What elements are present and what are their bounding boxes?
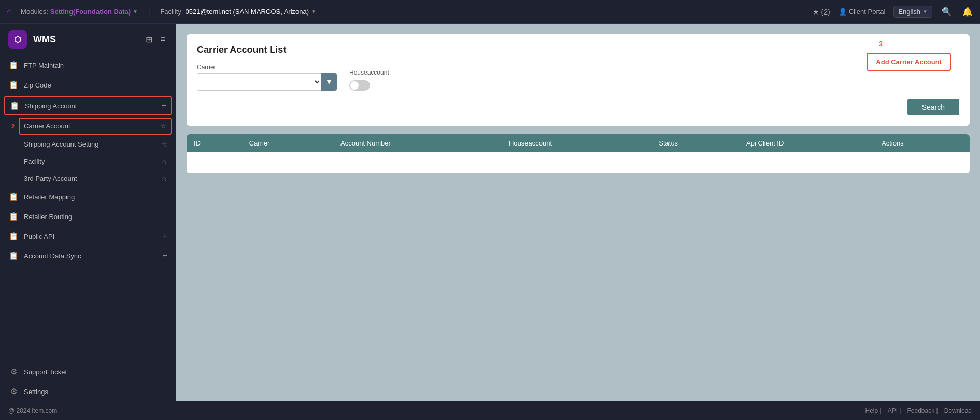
sidebar-item-shipping-account[interactable]: 1 📋 Shipping Account + (4, 96, 172, 115)
sidebar-item-label: Zip Code (24, 81, 167, 89)
facility-value: 0521@teml.net (SAN MARCOS, Arizona) (185, 8, 309, 16)
calendar-icon: 📋 (8, 80, 19, 90)
carrier-select[interactable] (197, 73, 321, 91)
main-layout: ⬡ WMS ⊞ ≡ 📋 FTP Maintain 📋 Zip Code 1 📋 … (0, 24, 980, 401)
sidebar-item-label: Account Data Sync (24, 252, 158, 260)
sidebar-item-label: Retailer Mapping (24, 193, 167, 201)
col-id: ID (187, 134, 242, 152)
top-nav: ⌂ Modules: Setting(Foundation Data) ▼ | … (0, 0, 980, 24)
grid-icon[interactable]: ⊞ (144, 34, 154, 46)
facility-dropdown-icon[interactable]: ▼ (311, 9, 316, 15)
sidebar-item-account-data-sync[interactable]: 📋 Account Data Sync + (0, 246, 176, 266)
footer-link-api[interactable]: API | (888, 407, 901, 414)
table-empty-row (187, 152, 970, 173)
calendar-icon: 📋 (8, 231, 19, 241)
footer-links: Help | API | Feedback | Download (865, 407, 972, 414)
content-area: Carrier Account List 3 Add Carrier Accou… (176, 24, 980, 401)
sidebar-item-support-ticket[interactable]: ⚙ Support Ticket (0, 362, 176, 382)
facility-section: Facility: 0521@teml.net (SAN MARCOS, Ari… (160, 8, 316, 16)
logo-actions: ⊞ ≡ (144, 34, 167, 46)
sidebar-sub-item-3rd-party-account[interactable]: 3rd Party Account ☆ (0, 170, 176, 187)
calendar-icon: 📋 (8, 212, 19, 221)
user-icon: 👤 (839, 8, 847, 16)
filter-card: Carrier Account List 3 Add Carrier Accou… (187, 34, 970, 126)
sidebar-sub-item-shipping-account-setting[interactable]: Shipping Account Setting ☆ (0, 136, 176, 153)
sidebar-item-public-api[interactable]: 📋 Public API + (0, 226, 176, 246)
bell-icon[interactable]: 🔔 (961, 6, 974, 18)
home-icon[interactable]: ⌂ (6, 6, 12, 18)
modules-label: Modules: (21, 8, 48, 16)
logo-icon: ⬡ (8, 30, 27, 49)
table-body (187, 152, 970, 173)
col-status: Status (651, 134, 739, 152)
sidebar: ⬡ WMS ⊞ ≡ 📋 FTP Maintain 📋 Zip Code 1 📋 … (0, 24, 176, 401)
sidebar-item-settings[interactable]: ⚙ Settings (0, 382, 176, 401)
carrier-account-table: ID Carrier Account Number Houseaccount S… (187, 134, 970, 173)
table-header-row: ID Carrier Account Number Houseaccount S… (187, 134, 970, 152)
sidebar-item-zip-code[interactable]: 📋 Zip Code (0, 75, 176, 95)
sidebar-logo: ⬡ WMS ⊞ ≡ (0, 24, 176, 55)
empty-cell (187, 152, 970, 173)
toggle-wrap (349, 80, 389, 91)
logo-title: WMS (33, 34, 56, 45)
sidebar-item-ftp-maintain[interactable]: 📋 FTP Maintain (0, 55, 176, 75)
search-icon[interactable]: 🔍 (941, 6, 953, 18)
star-icon[interactable]: ☆ (161, 140, 167, 148)
sidebar-item-label: Shipping Account (25, 102, 157, 110)
menu-icon[interactable]: ≡ (159, 34, 167, 46)
col-account-number: Account Number (333, 134, 502, 152)
footer-link-download[interactable]: Download (944, 407, 972, 414)
col-houseaccount: Houseaccount (502, 134, 651, 152)
houseaccount-filter-group: Houseaccount (349, 69, 389, 91)
language-value: English (898, 8, 920, 16)
client-portal-section[interactable]: 👤 Client Portal (839, 8, 886, 16)
sidebar-item-label: Public API (24, 233, 158, 240)
star-icon[interactable]: ☆ (160, 122, 166, 130)
sidebar-item-label: Settings (24, 388, 167, 396)
footer-link-feedback[interactable]: Feedback | (907, 407, 938, 414)
sidebar-sub-label: Carrier Account (24, 122, 155, 130)
star-icon[interactable]: ☆ (161, 157, 167, 165)
modules-value: Setting(Foundation Data) (50, 8, 131, 16)
carrier-filter-group: Carrier ▼ (197, 64, 337, 91)
expand-icon[interactable]: + (163, 231, 167, 241)
calendar-icon: 📋 (8, 61, 19, 70)
col-actions: Actions (874, 134, 970, 152)
sidebar-sub-label: 3rd Party Account (24, 175, 156, 182)
houseaccount-toggle[interactable] (349, 80, 370, 91)
footer-link-help[interactable]: Help | (865, 407, 882, 414)
star-section[interactable]: ★ (2) (813, 8, 830, 16)
sidebar-sub-item-facility[interactable]: Facility ☆ (0, 153, 176, 170)
expand-icon[interactable]: + (162, 101, 166, 110)
calendar-icon: 📋 (8, 192, 19, 201)
houseaccount-label: Houseaccount (349, 69, 389, 76)
table-header: ID Carrier Account Number Houseaccount S… (187, 134, 970, 152)
carrier-label: Carrier (197, 64, 337, 71)
sidebar-item-label: Support Ticket (24, 368, 167, 376)
filter-row: Carrier ▼ Houseaccount (197, 64, 959, 91)
language-selector[interactable]: English ▼ (893, 6, 932, 18)
calendar-icon: 📋 (8, 251, 19, 260)
expand-icon[interactable]: + (163, 251, 167, 260)
badge-2: 2 (11, 123, 15, 129)
footer-copyright: @ 2024 item.com (8, 407, 57, 414)
modules-section: Modules: Setting(Foundation Data) ▼ (21, 8, 138, 16)
sidebar-item-label: FTP Maintain (24, 62, 167, 69)
carrier-dropdown-button[interactable]: ▼ (321, 73, 337, 91)
page-title: Carrier Account List (197, 45, 959, 55)
sidebar-sub-item-carrier-account[interactable]: 2 Carrier Account ☆ (19, 118, 172, 135)
col-api-client-id: Api Client ID (739, 134, 874, 152)
search-button[interactable]: Search (907, 99, 959, 115)
support-icon: ⚙ (8, 367, 19, 376)
add-carrier-account-button[interactable]: Add Carrier Account (867, 53, 951, 71)
modules-dropdown-icon[interactable]: ▼ (133, 9, 138, 15)
language-dropdown-icon: ▼ (922, 9, 928, 15)
sidebar-item-retailer-routing[interactable]: 📋 Retailer Routing (0, 207, 176, 226)
facility-label: Facility: (160, 8, 183, 16)
star-icon[interactable]: ☆ (161, 175, 167, 182)
badge-3: 3 (879, 40, 883, 48)
calendar-icon: 📋 (9, 101, 20, 110)
sidebar-item-retailer-mapping[interactable]: 📋 Retailer Mapping (0, 187, 176, 207)
sidebar-sub-label: Facility (24, 157, 156, 165)
sidebar-item-label: Retailer Routing (24, 213, 167, 221)
